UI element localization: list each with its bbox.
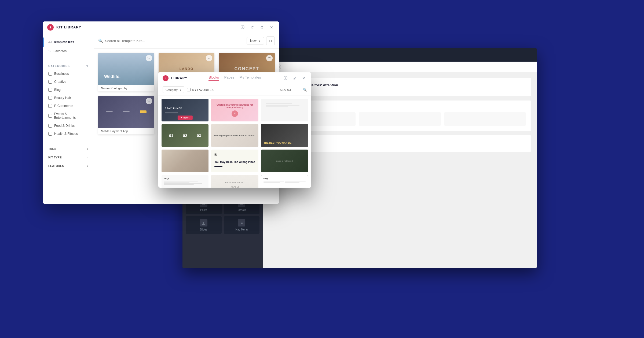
kit-library-close-icon[interactable]: ✕ <box>268 24 275 31</box>
library-filter-bar: Category ∨ MY FAVORITES 🔍 <box>158 84 311 95</box>
library-info-icon[interactable]: ⓘ <box>282 75 289 81</box>
sidebar-item-all-template-kits[interactable]: All Template Kits <box>43 38 94 47</box>
library-blocks-grid: STAY TUNED + Insert Custom marketing sol… <box>158 95 311 188</box>
category-blog-checkbox[interactable] <box>48 88 52 92</box>
category-health-checkbox[interactable] <box>48 132 52 136</box>
category-food-checkbox[interactable] <box>48 124 52 128</box>
category-beauty-hair[interactable]: Beauty Hair <box>43 94 94 102</box>
library-modal-title: LIBRARY <box>171 76 187 80</box>
custom-marketing-content: Custom marketing solutions for every ind… <box>213 103 256 117</box>
categories-label: CATEGORIES <box>48 65 70 68</box>
kit-type-label: KIT TYPE <box>48 156 62 159</box>
features-section[interactable]: FEATURES › <box>43 162 94 170</box>
favorites-heart-icon: ♡ <box>48 49 51 53</box>
category-ecommerce-label: E-Commerce <box>54 104 73 108</box>
library-category-dropdown[interactable]: Category ∨ <box>163 86 184 93</box>
block-card-faq2[interactable]: FAQ <box>261 175 308 188</box>
kit-card-dining-actions: ♡ <box>266 55 273 61</box>
num-01: 01 <box>169 133 173 138</box>
kit-library-info-icon[interactable]: ⓘ <box>239 24 246 31</box>
sidebar-divider-2 <box>43 141 94 141</box>
library-expand-icon[interactable]: ⤢ <box>291 75 298 81</box>
block-card-custom-marketing[interactable]: Custom marketing solutions for every ind… <box>211 99 258 121</box>
favorites-label: Favorites <box>53 49 67 53</box>
best-you-text: THE BEST YOU CAN BE <box>264 142 291 144</box>
library-favorites-toggle[interactable]: MY FAVORITES <box>187 88 214 91</box>
category-blog[interactable]: Blog <box>43 86 94 94</box>
canvas-services-row <box>274 112 526 126</box>
block-card-wrong-place[interactable]: ✳ You May Be In The Wrong Place <box>211 150 258 172</box>
kit-card-mobile-heart[interactable]: ♡ <box>146 98 152 104</box>
page-not-found-text: page is not found <box>276 160 293 162</box>
kit-card-nature-photography[interactable]: Wildlife. ♡ Nature Photography <box>98 53 154 91</box>
category-bussiness-label: Bussiness <box>54 72 69 76</box>
category-bussiness-checkbox[interactable] <box>48 72 52 76</box>
category-health[interactable]: Health & Fitness <box>43 130 94 138</box>
canvas-service-2 <box>359 112 441 126</box>
block-card-404[interactable]: PAGE NOT FOUND 404 <box>211 175 258 188</box>
block-card-stay-tuned[interactable]: STAY TUNED + Insert <box>162 99 208 121</box>
category-creative[interactable]: Creative <box>43 78 94 86</box>
tab-my-templates[interactable]: My Templates <box>240 75 261 81</box>
faq-lines <box>164 181 206 185</box>
faq2-line2 <box>264 182 280 183</box>
kit-library-title: KIT LIBRARY <box>56 25 81 29</box>
library-close-icon[interactable]: ✕ <box>301 75 307 81</box>
kit-card-nature-heart[interactable]: ♡ <box>146 55 152 61</box>
block-card-faq[interactable]: FAQ <box>162 175 208 188</box>
category-events-checkbox[interactable] <box>48 114 52 118</box>
category-bussiness[interactable]: Bussiness <box>43 70 94 78</box>
kit-card-jewelry-heart[interactable]: ♡ <box>206 55 212 61</box>
posts-label: Posts <box>200 209 207 211</box>
tab-blocks[interactable]: Blocks <box>208 75 219 81</box>
block-card-numbered[interactable]: 01 02 03 <box>162 124 208 147</box>
kit-sidebar: All Template Kits ♡ Favorites CATEGORIES… <box>43 33 94 204</box>
block-card-way-tuned[interactable] <box>261 99 308 121</box>
way-tuned-bar1 <box>266 103 292 104</box>
mobile-bar3 <box>140 110 147 113</box>
kit-library-settings-icon[interactable]: ⚙ <box>259 24 265 31</box>
wrong-place-star-icon: ✳ <box>214 152 217 157</box>
kit-search-icon: 🔍 <box>98 39 103 43</box>
canvas-service-3 <box>444 112 526 126</box>
kit-filter-button[interactable]: ⊟ <box>266 36 275 45</box>
wrong-place-text: You May Be In The Wrong Place <box>214 160 255 164</box>
category-ecommerce[interactable]: E-Commerce <box>43 102 94 110</box>
sidebar-divider <box>43 59 94 59</box>
slides-icon: ◫ <box>200 219 207 226</box>
category-ecommerce-checkbox[interactable] <box>48 104 52 108</box>
dining-card-text: CONCEPT <box>235 66 259 71</box>
faq2-lines <box>264 181 306 183</box>
kit-search-input[interactable] <box>105 39 247 43</box>
sidebar-item-favorites[interactable]: ♡ Favorites <box>43 47 94 56</box>
tab-pages[interactable]: Pages <box>224 75 234 81</box>
library-search-input[interactable] <box>280 88 301 91</box>
block-card-digital[interactable]: Your digital presence is about to take o… <box>211 124 258 147</box>
categories-section-header[interactable]: CATEGORIES ∨ <box>43 62 94 70</box>
categories-chevron: ∨ <box>86 65 89 68</box>
block-card-best-you[interactable]: THE BEST YOU CAN BE <box>261 124 308 147</box>
stay-tuned-insert-btn[interactable]: + Insert <box>178 116 193 120</box>
library-title-right: ⓘ ⤢ ✕ <box>282 75 307 81</box>
slides-label: Slides <box>200 228 207 231</box>
kit-library-title-left: E KIT LIBRARY <box>47 24 81 31</box>
library-favorites-checkbox[interactable] <box>187 88 191 91</box>
kit-type-section[interactable]: KIT TYPE › <box>43 153 94 162</box>
tags-section[interactable]: TAGS › <box>43 144 94 153</box>
category-events[interactable]: Events & Entertainments <box>43 110 94 122</box>
kit-sort-dropdown[interactable]: New ∨ <box>247 37 264 44</box>
category-creative-checkbox[interactable] <box>48 80 52 84</box>
block-card-page-not-found[interactable]: page is not found <box>261 150 308 172</box>
kit-library-refresh-icon[interactable]: ↺ <box>249 24 255 31</box>
element-nav-menu[interactable]: ≡ Nav Menu <box>224 216 260 234</box>
element-slides[interactable]: ◫ Slides <box>186 216 222 234</box>
faq-line1 <box>164 181 198 181</box>
kit-card-mobile-image: ♡ <box>98 96 154 128</box>
category-beauty-hair-checkbox[interactable] <box>48 96 52 100</box>
library-favorites-label: MY FAVORITES <box>192 88 214 91</box>
kit-card-mobile-payment[interactable]: ♡ Mobile Payment App <box>98 96 154 134</box>
editor-more-icon[interactable]: ⋮ <box>528 52 532 58</box>
kit-card-dining-heart[interactable]: ♡ <box>266 55 273 61</box>
block-card-plant[interactable] <box>162 150 208 172</box>
category-food[interactable]: Food & Drinks <box>43 122 94 130</box>
